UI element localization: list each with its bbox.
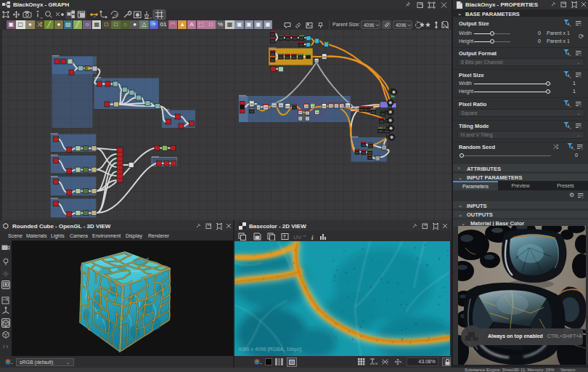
svg-text:i: i — [311, 234, 314, 241]
svg-text:4096 x 4096 [RGBA, 16bpc]: 4096 x 4096 [RGBA, 16bpc] — [238, 347, 301, 352]
svg-text:N: N — [375, 362, 377, 365]
svg-text:UV: UV — [293, 234, 302, 240]
